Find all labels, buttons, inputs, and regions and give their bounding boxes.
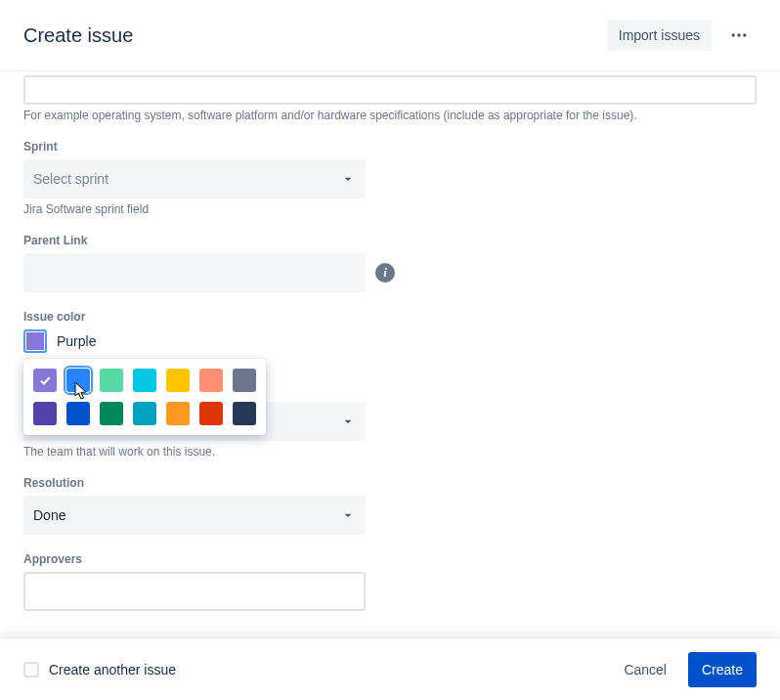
- svg-point-1: [737, 33, 740, 36]
- more-actions-button[interactable]: [721, 20, 757, 51]
- color-option-orange[interactable]: [166, 402, 190, 425]
- resolution-select[interactable]: Done: [23, 496, 366, 535]
- issue-color-swatch[interactable]: [23, 329, 47, 353]
- parent-link-label: Parent Link: [23, 234, 757, 247]
- form-content: For example operating system, software p…: [0, 71, 780, 644]
- color-option-green-dark[interactable]: [100, 402, 123, 425]
- color-option-purple-dark[interactable]: [33, 402, 57, 425]
- dialog-footer: Create another issue Cancel Create: [0, 637, 780, 700]
- info-icon[interactable]: i: [375, 263, 395, 283]
- parent-link-field: Parent Link i: [23, 234, 757, 292]
- sprint-field: Sprint Select sprint Jira Software sprin…: [23, 140, 757, 216]
- more-horizontal-icon: [729, 25, 749, 45]
- color-option-coral[interactable]: [199, 369, 223, 392]
- resolution-value: Done: [33, 507, 65, 523]
- color-option-green-light[interactable]: [100, 369, 123, 392]
- color-option-blue-light[interactable]: [66, 369, 90, 392]
- create-another-label: Create another issue: [49, 662, 176, 678]
- header-actions: Import issues: [607, 20, 757, 51]
- color-picker-popover: [23, 359, 266, 435]
- import-issues-button[interactable]: Import issues: [607, 20, 712, 51]
- chevron-down-icon: [340, 414, 356, 429]
- team-help: The team that will work on this issue.: [23, 445, 757, 459]
- color-option-purple-light[interactable]: [33, 369, 57, 392]
- approvers-label: Approvers: [23, 552, 757, 566]
- parent-link-input[interactable]: [23, 253, 366, 292]
- create-another-row: Create another issue: [23, 662, 176, 678]
- dialog-header: Create issue Import issues: [0, 0, 780, 71]
- color-option-navy[interactable]: [233, 402, 256, 425]
- check-icon: [38, 373, 52, 387]
- color-option-teal-light[interactable]: [133, 369, 156, 392]
- color-option-yellow[interactable]: [166, 369, 190, 392]
- approvers-field: Approvers: [23, 552, 757, 611]
- color-option-blue-dark[interactable]: [66, 402, 90, 425]
- sprint-select[interactable]: Select sprint: [23, 159, 366, 198]
- sprint-placeholder: Select sprint: [33, 171, 108, 187]
- sprint-help: Jira Software sprint field: [23, 202, 757, 216]
- approvers-input[interactable]: [23, 572, 366, 611]
- color-option-gray[interactable]: [233, 369, 256, 392]
- sprint-label: Sprint: [23, 140, 757, 153]
- chevron-down-icon: [340, 171, 356, 187]
- create-button[interactable]: Create: [688, 652, 757, 687]
- page-title: Create issue: [23, 24, 133, 47]
- footer-actions: Cancel Create: [614, 652, 757, 687]
- color-option-teal-dark[interactable]: [133, 402, 156, 425]
- environment-input[interactable]: [23, 75, 757, 105]
- issue-color-value: Purple: [57, 333, 96, 349]
- color-option-red[interactable]: [199, 402, 223, 425]
- issue-color-field: Issue color Purple: [23, 310, 757, 353]
- chevron-down-icon: [340, 507, 356, 523]
- issue-color-label: Issue color: [23, 310, 757, 324]
- environment-help: For example operating system, software p…: [23, 109, 757, 122]
- resolution-field: Resolution Done: [23, 476, 757, 535]
- svg-point-2: [743, 33, 746, 36]
- create-another-checkbox[interactable]: [23, 662, 39, 678]
- svg-point-0: [732, 33, 735, 36]
- resolution-label: Resolution: [23, 476, 757, 490]
- cancel-button[interactable]: Cancel: [614, 654, 676, 685]
